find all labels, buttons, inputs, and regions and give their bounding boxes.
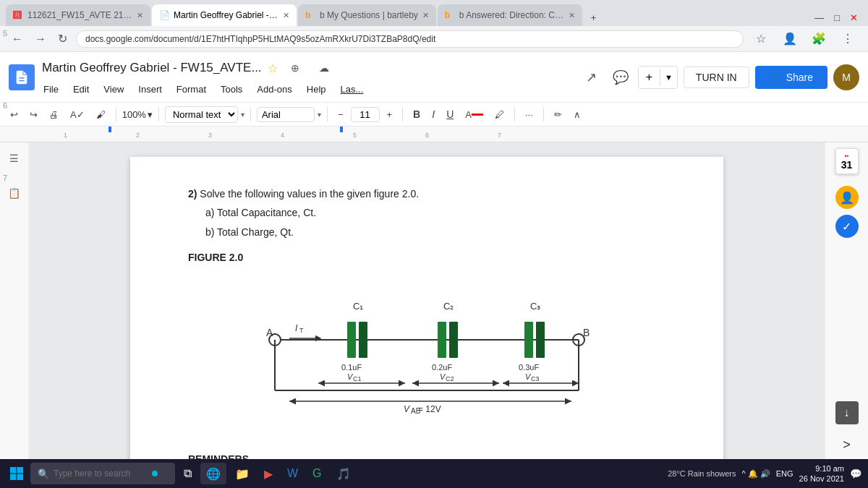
- star-icon[interactable]: ☆: [268, 61, 278, 75]
- comment-icon[interactable]: 💬: [609, 66, 632, 89]
- new-tab-button[interactable]: +: [587, 9, 601, 26]
- taskbar-search-input[interactable]: [54, 468, 148, 479]
- scroll-down-button[interactable]: ↓: [835, 401, 859, 424]
- more-button[interactable]: ⋮: [836, 27, 859, 51]
- minimize-button[interactable]: —: [810, 9, 828, 26]
- move-icon[interactable]: ⊕: [284, 56, 307, 80]
- tab-3-close[interactable]: ✕: [422, 11, 429, 20]
- more-toolbar-button[interactable]: ···: [521, 106, 537, 123]
- add-dropdown-button[interactable]: ▼: [660, 69, 677, 86]
- svg-rect-25: [359, 322, 367, 358]
- taskbar-search[interactable]: 🔍: [30, 463, 175, 484]
- add-button[interactable]: +: [639, 67, 660, 88]
- cloud-icon[interactable]: ☁: [312, 56, 336, 80]
- bookmark-button[interactable]: ☆: [749, 27, 773, 51]
- svg-rect-2: [0, 127, 868, 142]
- font-size-decrease-button[interactable]: −: [333, 106, 348, 123]
- menu-addons[interactable]: Add-ons: [255, 81, 293, 98]
- edge-icon: 🌐: [206, 467, 221, 481]
- clock-date: 26 Nov 2021: [799, 474, 844, 484]
- forward-button[interactable]: →: [32, 30, 49, 48]
- zoom-control[interactable]: 100% ▾: [122, 109, 153, 120]
- collapse-toolbar-button[interactable]: ∧: [569, 106, 585, 123]
- tab-2-close[interactable]: ✕: [283, 11, 289, 20]
- spellcheck-button[interactable]: A✓: [66, 106, 89, 123]
- menu-las[interactable]: Las...: [339, 81, 365, 98]
- menu-help[interactable]: Help: [305, 81, 328, 98]
- user-comment-icon[interactable]: 👤: [835, 186, 859, 209]
- user-avatar[interactable]: M: [833, 64, 859, 90]
- svg-rect-54: [10, 467, 17, 474]
- svg-text:0.3uF: 0.3uF: [519, 363, 539, 372]
- gdocs-header: Martin Geoffrey Gabriel - FW15_AVTE... ☆…: [0, 52, 868, 103]
- tab-1[interactable]: 🅰 112621_FW15_AVTE 213_Seatwo ✕: [6, 4, 150, 26]
- paint-format-button[interactable]: 🖌: [92, 106, 110, 123]
- taskbar-edge-icon[interactable]: 🌐: [200, 463, 226, 484]
- side-number-7: 7: [3, 174, 7, 182]
- lang-icon: ENG: [776, 469, 793, 478]
- task-view-icon: ⧉: [184, 467, 192, 480]
- style-dropdown-icon: ▾: [241, 111, 244, 119]
- redo-button[interactable]: ↪: [25, 106, 42, 123]
- tab-4-close[interactable]: ✕: [569, 11, 575, 20]
- tab-2[interactable]: 📄 Martin Geoffrey Gabriel - FW15... ✕: [152, 4, 297, 26]
- taskbar-app3-icon[interactable]: G: [307, 463, 327, 484]
- svg-rect-29: [438, 322, 446, 358]
- add-button-group: + ▼: [638, 66, 678, 89]
- underline-button[interactable]: U: [442, 106, 458, 123]
- share-icon: 👤: [770, 72, 782, 83]
- trending-icon[interactable]: ↗: [580, 66, 603, 89]
- extensions-button[interactable]: 🧩: [807, 27, 830, 51]
- figure-label: FIGURE 2.0: [188, 252, 665, 263]
- profile-button[interactable]: 👤: [778, 27, 801, 51]
- taskbar-app1-icon[interactable]: ▶: [258, 463, 278, 484]
- sidebar-menu-icon[interactable]: ☰: [6, 150, 23, 167]
- taskbar-app4-icon[interactable]: 🎵: [331, 463, 357, 484]
- menu-insert[interactable]: Insert: [137, 81, 163, 98]
- notification-button[interactable]: 💬: [850, 468, 862, 479]
- undo-button[interactable]: ↩: [6, 106, 22, 123]
- task-view-button[interactable]: ⧉: [178, 463, 197, 484]
- back-button[interactable]: ←: [9, 30, 26, 48]
- svg-text:I: I: [295, 323, 298, 333]
- taskbar-app2-icon[interactable]: W: [281, 463, 304, 484]
- menu-tools[interactable]: Tools: [219, 81, 244, 98]
- verified-icon[interactable]: ✓: [835, 215, 859, 238]
- menu-format[interactable]: Format: [175, 81, 208, 98]
- problem-number: 2): [188, 188, 197, 200]
- svg-text:2: 2: [136, 132, 140, 139]
- menu-view[interactable]: View: [102, 81, 125, 98]
- refresh-button[interactable]: ↻: [55, 29, 70, 48]
- close-window-button[interactable]: ✕: [846, 9, 862, 26]
- highlight-button[interactable]: 🖊: [490, 106, 509, 123]
- edit-mode-button[interactable]: ✏: [550, 106, 566, 123]
- svg-text:7: 7: [498, 132, 501, 139]
- start-button[interactable]: [6, 463, 27, 484]
- italic-button[interactable]: I: [427, 106, 439, 123]
- svg-text:= 12V: = 12V: [418, 404, 441, 414]
- turn-in-button[interactable]: TURN IN: [684, 67, 749, 88]
- menu-file[interactable]: File: [42, 81, 60, 98]
- sidebar-doc-icon[interactable]: 📋: [6, 184, 23, 202]
- expand-right-button[interactable]: >: [838, 433, 856, 456]
- tab-3[interactable]: b b My Questions | bartleby ✕: [298, 4, 436, 26]
- font-input[interactable]: [257, 107, 315, 122]
- color-button[interactable]: A: [461, 106, 488, 123]
- maximize-button[interactable]: □: [830, 9, 844, 26]
- zoom-dropdown-icon: ▾: [148, 109, 153, 120]
- doc-scroll[interactable]: 2) Solve the following values in the giv…: [29, 142, 825, 488]
- svg-text:C2: C2: [446, 375, 454, 382]
- tab-4[interactable]: b b Answered: Direction: Calculate t... …: [438, 4, 582, 26]
- style-select[interactable]: Normal text: [165, 106, 238, 123]
- font-size-increase-button[interactable]: +: [383, 106, 397, 123]
- tab-1-close[interactable]: ✕: [137, 11, 143, 20]
- menu-edit[interactable]: Edit: [72, 81, 90, 98]
- address-input[interactable]: [76, 30, 744, 48]
- problem-description: Solve the following values in the given …: [200, 188, 419, 200]
- print-button[interactable]: 🖨: [45, 106, 63, 123]
- font-size-input[interactable]: [351, 107, 380, 122]
- calendar-badge[interactable]: ▪▪ 31: [835, 148, 859, 174]
- share-button[interactable]: 👤 Share: [755, 66, 827, 89]
- taskbar-file-icon[interactable]: 📁: [229, 463, 255, 484]
- bold-button[interactable]: B: [409, 106, 425, 123]
